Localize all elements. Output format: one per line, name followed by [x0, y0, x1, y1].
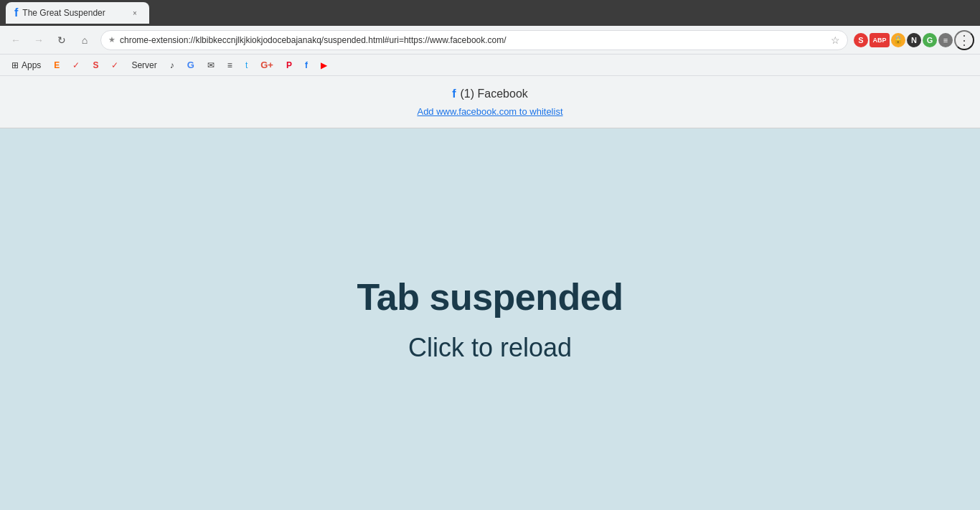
tab-title-text: The Great Suspender — [22, 8, 125, 18]
extension-puzzle-icon: ★ — [108, 35, 116, 44]
extension-s-icon[interactable]: S — [854, 33, 868, 47]
bookmark-g-icon: G — [187, 60, 194, 70]
bookmark-v1-icon: ✓ — [72, 60, 80, 70]
page-content[interactable]: Tab suspended Click to reload — [0, 128, 980, 510]
bookmark-s[interactable]: S — [87, 58, 104, 72]
apps-label: Apps — [22, 60, 41, 70]
bookmark-star-icon[interactable]: ☆ — [831, 34, 840, 46]
back-icon: ← — [11, 34, 21, 46]
facebook-logo-icon: f — [452, 88, 456, 100]
bookmark-youtube[interactable]: ▶ — [315, 58, 333, 72]
tab-close-button[interactable]: × — [129, 7, 141, 19]
bookmark-pinterest[interactable]: P — [281, 58, 298, 72]
click-to-reload-text: Click to reload — [408, 333, 572, 363]
page-site-title: (1) Facebook — [461, 88, 528, 100]
browser-frame: f The Great Suspender × ← → ↻ ⌂ ★ chrome… — [0, 0, 980, 510]
bookmark-e[interactable]: E — [48, 58, 65, 72]
address-bar[interactable]: ★ chrome-extension://klbibkeccnjlkjkiokj… — [100, 30, 848, 50]
bookmark-gplus-icon: G+ — [260, 60, 273, 70]
bookmark-s-icon: S — [93, 60, 98, 70]
home-button[interactable]: ⌂ — [75, 30, 95, 50]
title-bar: f The Great Suspender × — [0, 0, 980, 26]
address-text: chrome-extension://klbibkeccnjlkjkiokjod… — [120, 35, 826, 45]
bookmark-v2[interactable]: ✓ — [105, 58, 124, 72]
bookmark-f-icon: f — [305, 60, 308, 70]
page-header: f (1) Facebook Add www.facebook.com to w… — [0, 76, 980, 128]
forward-icon: → — [34, 34, 44, 46]
bookmark-mail-icon: ✉ — [207, 60, 215, 70]
bookmark-twitter-icon: t — [245, 60, 248, 70]
bookmark-apps[interactable]: ⊞ Apps — [6, 58, 47, 72]
bookmark-google[interactable]: G — [182, 57, 200, 72]
extension-abp-icon[interactable]: ABP — [870, 33, 890, 47]
bookmark-p-icon: P — [286, 60, 292, 70]
bookmark-music[interactable]: ♪ — [164, 58, 180, 72]
active-tab[interactable]: f The Great Suspender × — [6, 2, 149, 24]
bookmark-server[interactable]: Server — [126, 58, 162, 72]
bookmarks-bar: ⊞ Apps E ✓ S ✓ Server ♪ G ✉ ≡ t — [0, 55, 980, 76]
bookmark-twitter[interactable]: t — [240, 58, 253, 72]
extension-menu-icon[interactable]: ≡ — [938, 33, 953, 47]
bookmark-facebook[interactable]: f — [299, 58, 314, 72]
back-button[interactable]: ← — [6, 30, 26, 50]
apps-icon: ⊞ — [11, 60, 19, 70]
tab-favicon: f — [14, 6, 18, 19]
bookmark-gplus[interactable]: G+ — [255, 57, 279, 72]
bookmark-v1[interactable]: ✓ — [67, 58, 85, 72]
bookmark-bars[interactable]: ≡ — [222, 58, 238, 72]
bookmark-v2-icon: ✓ — [111, 60, 118, 70]
suspended-title: Tab suspended — [357, 275, 623, 318]
bookmark-server-label: Server — [131, 60, 156, 70]
extension-n-icon[interactable]: N — [907, 33, 921, 47]
chrome-menu-button[interactable]: ⋮ — [954, 30, 974, 50]
toolbar: ← → ↻ ⌂ ★ chrome-extension://klbibkeccnj… — [0, 26, 980, 55]
whitelist-link[interactable]: Add www.facebook.com to whitelist — [417, 106, 562, 117]
bookmark-bars-icon: ≡ — [227, 60, 232, 70]
refresh-button[interactable]: ↻ — [52, 30, 72, 50]
bookmark-music-icon: ♪ — [170, 60, 174, 70]
home-icon: ⌂ — [82, 34, 88, 46]
forward-button[interactable]: → — [29, 30, 49, 50]
extension-lock-icon[interactable]: 🔒 — [891, 33, 905, 47]
refresh-icon: ↻ — [57, 34, 66, 46]
extension-g-icon[interactable]: G — [923, 33, 937, 47]
toolbar-extensions: S ABP 🔒 N G ≡ ⋮ — [854, 30, 974, 50]
bookmark-mail[interactable]: ✉ — [202, 58, 220, 72]
page-title-row: f (1) Facebook — [0, 88, 980, 100]
bookmark-e-icon: E — [54, 60, 60, 70]
bookmark-youtube-icon: ▶ — [321, 60, 327, 70]
